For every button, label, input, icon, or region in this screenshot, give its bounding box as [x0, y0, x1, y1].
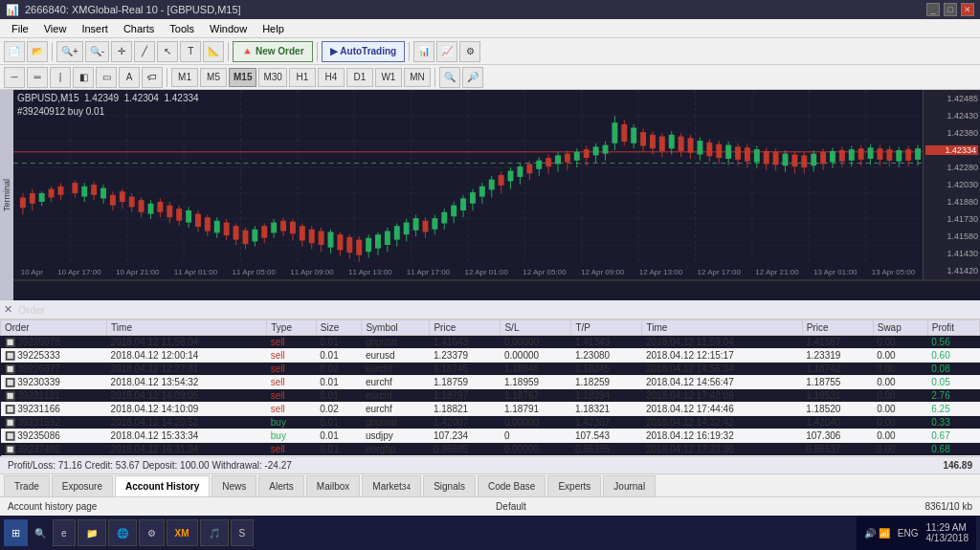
orders-table[interactable]: Order Time Type Size Symbol Price S/L T/…: [0, 319, 980, 456]
col-time2: Time: [642, 320, 802, 336]
toolbar-channel[interactable]: ◧: [73, 67, 94, 88]
toolbar-fib[interactable]: 📐: [203, 41, 224, 62]
table-row[interactable]: 🔲 39225333 2018.04.12 12:00:14 sell 0.01…: [1, 349, 980, 363]
taskbar-explorer[interactable]: 📁: [78, 519, 106, 546]
toolbar-vline[interactable]: |: [50, 67, 71, 88]
maximize-button[interactable]: □: [944, 3, 957, 16]
svg-rect-81: [290, 222, 296, 234]
status-bar: Account history page Default 8361/10 kb: [0, 496, 980, 516]
menu-file[interactable]: File: [4, 19, 36, 38]
table-row[interactable]: 🔲 39231121 2018.04.12 14:09:05 sell 0.01…: [1, 389, 980, 403]
table-row[interactable]: 🔲 39226877 2018.04.12 12:27:31 sell 0.02…: [1, 363, 980, 376]
svg-rect-199: [849, 149, 855, 161]
svg-rect-191: [811, 154, 816, 166]
table-row[interactable]: 🔲 39230339 2018.04.12 13:54:32 sell 0.01…: [1, 376, 980, 389]
period-h1[interactable]: H1: [289, 68, 316, 87]
table-row[interactable]: 🔲 39231166 2018.04.12 14:10:09 sell 0.02…: [1, 403, 980, 416]
toolbar-line-tool[interactable]: ─: [4, 67, 25, 88]
tab-experts[interactable]: Experts: [547, 475, 601, 496]
svg-rect-95: [356, 240, 362, 255]
pl-total: 146.89: [943, 460, 972, 471]
table-row[interactable]: 🔲 39225078 2018.04.12 11:58:04 sell 0.01…: [1, 336, 980, 349]
period-mn[interactable]: MN: [404, 68, 431, 87]
svg-rect-207: [886, 149, 892, 161]
toolbar-templates[interactable]: ⚙: [459, 41, 480, 62]
period-w1[interactable]: W1: [375, 68, 402, 87]
period-h4[interactable]: H4: [318, 68, 345, 87]
svg-rect-99: [375, 234, 381, 248]
toolbar-hline[interactable]: ═: [27, 67, 48, 88]
period-m5[interactable]: M5: [200, 68, 227, 87]
tab-news[interactable]: News: [212, 475, 256, 496]
menu-help[interactable]: Help: [255, 19, 292, 38]
new-order-icon: 🔺: [241, 46, 253, 56]
price-label-1: 1.42485: [925, 94, 978, 103]
svg-rect-137: [555, 155, 561, 164]
menu-insert[interactable]: Insert: [74, 19, 116, 38]
price-label-11: 1.41420: [925, 266, 978, 275]
price-label-9: 1.41580: [925, 231, 978, 241]
auto-trading-icon: ▶: [330, 46, 338, 56]
orders-close-btn[interactable]: ✕: [4, 303, 12, 316]
toolbar-text[interactable]: T: [180, 41, 201, 62]
toolbar-rect[interactable]: ▭: [96, 67, 117, 88]
toolbar-label[interactable]: 🏷: [142, 67, 163, 88]
taskbar-chrome[interactable]: 🌐: [108, 519, 137, 546]
start-button[interactable]: ⊞: [4, 519, 28, 546]
toolbar-zoom-out[interactable]: 🔍-: [85, 41, 109, 62]
menu-view[interactable]: View: [36, 19, 75, 38]
period-m30[interactable]: M30: [258, 68, 286, 87]
toolbar-chart-type[interactable]: 📊: [413, 41, 434, 62]
col-symbol: Symbol: [362, 320, 430, 336]
taskbar-search[interactable]: 🔍: [30, 522, 51, 543]
tab-mailbox[interactable]: Mailbox: [306, 475, 360, 496]
toolbar-zoom-out2[interactable]: 🔎: [462, 67, 483, 88]
tab-signals[interactable]: Signals: [423, 475, 476, 496]
toolbar-crosshair[interactable]: ✛: [111, 41, 132, 62]
period-m1[interactable]: M1: [171, 68, 198, 87]
menu-charts[interactable]: Charts: [116, 19, 162, 38]
new-order-button[interactable]: 🔺 New Order: [233, 41, 312, 62]
table-row[interactable]: 🔲 39231592 2018.04.12 14:20:52 buy 0.01 …: [1, 416, 980, 429]
toolbar-line[interactable]: ╱: [134, 41, 155, 62]
period-d1[interactable]: D1: [346, 68, 373, 87]
period-m15[interactable]: M15: [229, 68, 256, 87]
price-label-3: 1.42380: [925, 128, 978, 138]
taskbar-edge[interactable]: e: [53, 519, 76, 546]
taskbar-spotify[interactable]: 🎵: [200, 519, 229, 546]
tab-trade[interactable]: Trade: [4, 475, 50, 496]
svg-rect-127: [508, 171, 514, 182]
toolbar-arrow[interactable]: ↖: [157, 41, 178, 62]
menu-tools[interactable]: Tools: [162, 19, 202, 38]
tab-journal[interactable]: Journal: [603, 475, 656, 496]
auto-trading-button[interactable]: ▶ AutoTrading: [322, 41, 406, 62]
tab-codebase[interactable]: Code Base: [478, 475, 546, 496]
toolbar-zoom-in[interactable]: 🔍+: [56, 41, 83, 62]
svg-rect-185: [783, 154, 789, 166]
tray-time: 11:29 AM4/13/2018: [926, 522, 969, 543]
svg-rect-37: [81, 187, 87, 197]
taskbar-xm[interactable]: XM: [167, 519, 198, 546]
toolbar-open[interactable]: 📂: [27, 41, 48, 62]
taskbar-skype[interactable]: S: [231, 519, 255, 546]
tray-lang: ENG: [898, 528, 919, 539]
toolbar-zoom-chart[interactable]: 🔍: [439, 67, 460, 88]
taskbar-tray: 🔊 📶 ENG 11:29 AM4/13/2018: [857, 516, 976, 550]
minimize-button[interactable]: _: [926, 3, 940, 16]
table-row[interactable]: 🔲 39237480 2018.04.12 16:31:04 sell 0.01…: [1, 443, 980, 456]
tab-alerts[interactable]: Alerts: [258, 475, 304, 496]
table-row[interactable]: 🔲 39235086 2018.04.12 15:33:34 buy 0.01 …: [1, 429, 980, 443]
close-button[interactable]: ✕: [961, 3, 974, 16]
menu-window[interactable]: Window: [202, 19, 255, 38]
toolbar-text2[interactable]: A: [119, 67, 140, 88]
tab-account-history[interactable]: Account History: [115, 475, 210, 496]
time-label-2: 10 Apr 17:00: [57, 268, 100, 276]
tab-bar: Trade Exposure Account History News Aler…: [0, 473, 980, 496]
toolbar-new[interactable]: 📄: [4, 41, 25, 62]
toolbar-indicators[interactable]: 📈: [436, 41, 457, 62]
taskbar-settings[interactable]: ⚙: [139, 519, 165, 546]
svg-rect-151: [621, 124, 627, 142]
tab-market[interactable]: Market34: [362, 475, 421, 496]
svg-rect-63: [205, 217, 211, 231]
tab-exposure[interactable]: Exposure: [52, 475, 113, 496]
